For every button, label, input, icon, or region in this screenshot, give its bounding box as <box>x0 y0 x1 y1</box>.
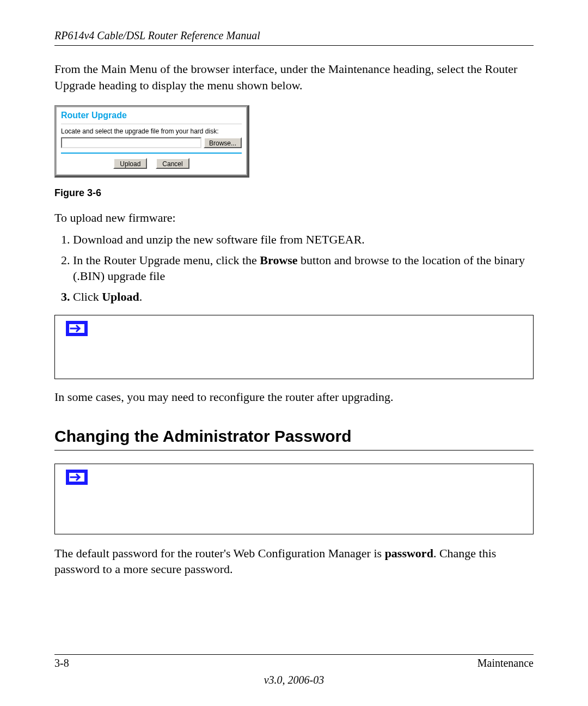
panel-divider <box>61 124 242 124</box>
upload-button[interactable]: Upload <box>113 158 147 169</box>
callout-body-1 <box>99 315 533 379</box>
file-path-input[interactable] <box>61 137 201 148</box>
step-3: Click Upload. <box>73 289 534 305</box>
footer-section: Maintenance <box>477 657 534 670</box>
footer-page-number: 3-8 <box>54 657 69 670</box>
step-3-text-a: Click <box>73 290 102 303</box>
step-3-bold: Upload <box>102 290 139 303</box>
note-callout-2 <box>54 464 534 534</box>
pwd-text-a: The default password for the router's We… <box>54 546 385 560</box>
step-2: In the Router Upgrade menu, click the Br… <box>73 252 534 284</box>
footer-rule <box>54 654 534 655</box>
note-callout-1 <box>54 315 534 379</box>
step-2-text-a: In the Router Upgrade menu, click the <box>73 253 260 267</box>
callout-body-2 <box>99 464 533 534</box>
page-footer: 3-8 Maintenance v3.0, 2006-03 <box>54 654 534 686</box>
step-3-text-b: . <box>139 290 143 303</box>
upload-intro: To upload new firmware: <box>54 210 534 226</box>
step-1-text: Download and unzip the new software file… <box>73 233 365 246</box>
browse-button[interactable]: Browse... <box>204 137 242 148</box>
arrow-right-icon <box>66 470 88 485</box>
step-2-bold: Browse <box>260 253 297 267</box>
router-upgrade-panel: Router Upgrade Locate and select the upg… <box>54 105 249 178</box>
password-paragraph: The default password for the router's We… <box>54 545 534 577</box>
cancel-button[interactable]: Cancel <box>156 158 189 169</box>
step-1: Download and unzip the new software file… <box>73 232 534 248</box>
running-head: RP614v4 Cable/DSL Router Reference Manua… <box>54 29 534 42</box>
section-heading: Changing the Administrator Password <box>54 427 534 446</box>
header-rule <box>54 45 534 46</box>
footer-version: v3.0, 2006-03 <box>54 674 534 686</box>
pwd-bold: password <box>385 546 433 560</box>
panel-instruction: Locate and select the upgrade file from … <box>61 127 242 135</box>
panel-title: Router Upgrade <box>61 111 242 120</box>
section-rule <box>54 450 534 451</box>
figure-caption: Figure 3-6 <box>54 187 534 199</box>
panel-separator <box>61 153 242 154</box>
post-paragraph: In some cases, you may need to reconfigu… <box>54 389 534 405</box>
intro-paragraph: From the Main Menu of the browser interf… <box>54 61 534 93</box>
arrow-right-icon <box>66 321 88 336</box>
steps-list: Download and unzip the new software file… <box>54 232 534 305</box>
